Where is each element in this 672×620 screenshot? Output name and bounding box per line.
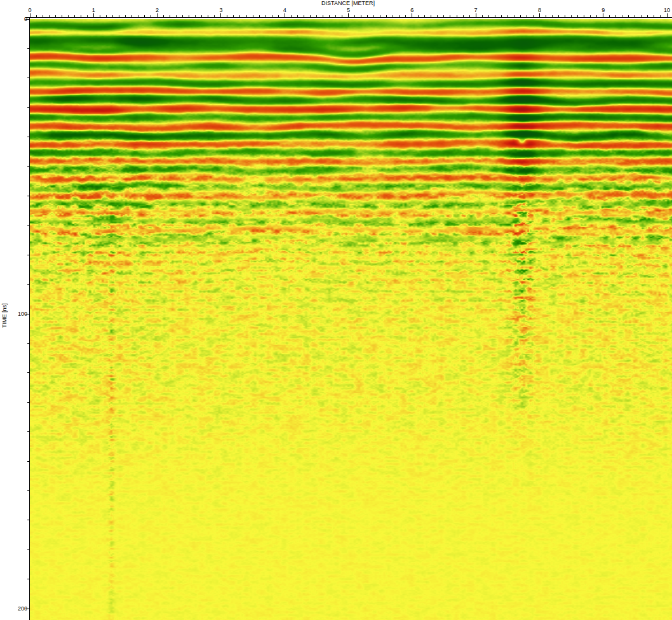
x-minor-tick <box>182 15 183 17</box>
x-tick-label: 4 <box>283 8 286 13</box>
x-minor-tick <box>558 15 559 17</box>
x-minor-tick <box>463 15 464 17</box>
x-minor-tick <box>552 15 553 17</box>
x-major-tick <box>30 13 30 17</box>
x-minor-tick <box>641 15 642 17</box>
x-tick-label: 5 <box>347 8 350 13</box>
y-tick-label: 0 <box>24 17 27 22</box>
x-minor-tick <box>272 15 272 17</box>
x-minor-tick <box>100 15 100 17</box>
y-minor-tick <box>27 255 29 255</box>
x-minor-tick <box>316 15 317 17</box>
x-minor-tick <box>418 15 419 17</box>
x-minor-tick <box>584 15 584 17</box>
x-minor-tick <box>424 15 425 17</box>
x-minor-tick <box>208 15 208 17</box>
x-minor-tick <box>259 15 260 17</box>
x-minor-tick <box>501 15 502 17</box>
x-minor-tick <box>278 15 279 17</box>
x-minor-tick <box>647 15 648 17</box>
x-minor-tick <box>138 15 138 17</box>
x-tick-label: 2 <box>156 8 159 13</box>
x-major-tick <box>285 13 285 17</box>
x-minor-tick <box>380 15 380 17</box>
x-minor-tick <box>488 15 489 17</box>
x-minor-tick <box>144 15 145 17</box>
x-tick-label: 3 <box>219 8 222 13</box>
y-axis-title: TIME [ns] <box>2 303 8 328</box>
x-minor-tick <box>590 15 591 17</box>
y-minor-tick <box>27 225 29 226</box>
x-minor-tick <box>609 15 610 17</box>
x-minor-tick <box>514 15 514 17</box>
y-minor-tick <box>27 78 29 78</box>
y-minor-tick <box>27 137 29 137</box>
x-minor-tick <box>354 15 355 17</box>
x-minor-tick <box>55 15 56 17</box>
x-minor-tick <box>131 15 132 17</box>
x-minor-tick <box>342 15 342 17</box>
x-minor-tick <box>323 15 323 17</box>
x-minor-tick <box>635 15 635 17</box>
x-minor-tick <box>450 15 450 17</box>
x-minor-tick <box>660 15 661 17</box>
x-major-tick <box>348 13 349 17</box>
x-minor-tick <box>106 15 107 17</box>
x-minor-tick <box>437 15 438 17</box>
x-tick-label: 7 <box>474 8 478 13</box>
x-minor-tick <box>546 15 546 17</box>
x-minor-tick <box>62 15 62 17</box>
y-minor-tick <box>27 549 29 550</box>
x-minor-tick <box>329 15 330 17</box>
y-minor-tick <box>27 490 29 491</box>
x-minor-tick <box>405 15 406 17</box>
y-minor-tick <box>27 284 29 285</box>
x-minor-tick <box>577 15 578 17</box>
x-minor-tick <box>495 15 495 17</box>
x-minor-tick <box>615 15 616 17</box>
x-minor-tick <box>622 15 622 17</box>
x-minor-tick <box>163 15 164 17</box>
x-tick-label: 8 <box>538 8 541 13</box>
x-minor-tick <box>386 15 387 17</box>
y-tick-label: 200 <box>18 606 27 612</box>
y-minor-tick <box>27 107 29 108</box>
x-minor-tick <box>571 15 572 17</box>
x-minor-tick <box>335 15 336 17</box>
x-minor-tick <box>227 15 227 17</box>
x-minor-tick <box>233 15 234 17</box>
x-minor-tick <box>457 15 457 17</box>
x-minor-tick <box>176 15 177 17</box>
x-minor-tick <box>265 15 266 17</box>
y-minor-tick <box>27 48 29 49</box>
y-minor-tick <box>27 579 29 579</box>
x-minor-tick <box>43 15 43 17</box>
x-minor-tick <box>36 15 37 17</box>
x-major-tick <box>412 13 412 17</box>
x-tick-label: 1 <box>92 8 95 13</box>
x-minor-tick <box>119 15 119 17</box>
x-tick-label: 10 <box>664 8 670 13</box>
x-major-tick <box>93 13 94 17</box>
y-minor-tick <box>27 520 29 520</box>
radargram-view: DISTANCE [METER] TIME [ns] 012345678910 … <box>0 0 672 620</box>
x-minor-tick <box>469 15 470 17</box>
y-minor-tick <box>27 461 29 462</box>
x-minor-tick <box>151 15 151 17</box>
x-major-tick <box>603 13 603 17</box>
x-minor-tick <box>431 15 431 17</box>
x-minor-tick <box>214 15 215 17</box>
x-minor-tick <box>373 15 374 17</box>
x-minor-tick <box>367 15 368 17</box>
x-minor-tick <box>189 15 189 17</box>
x-minor-tick <box>239 15 240 17</box>
x-minor-tick <box>201 15 202 17</box>
x-minor-tick <box>81 15 81 17</box>
x-minor-tick <box>393 15 393 17</box>
x-minor-tick <box>565 15 565 17</box>
x-major-tick <box>539 13 540 17</box>
y-tick-label: 100 <box>18 311 27 317</box>
x-minor-tick <box>291 15 292 17</box>
x-minor-tick <box>399 15 400 17</box>
x-major-tick <box>667 13 668 17</box>
